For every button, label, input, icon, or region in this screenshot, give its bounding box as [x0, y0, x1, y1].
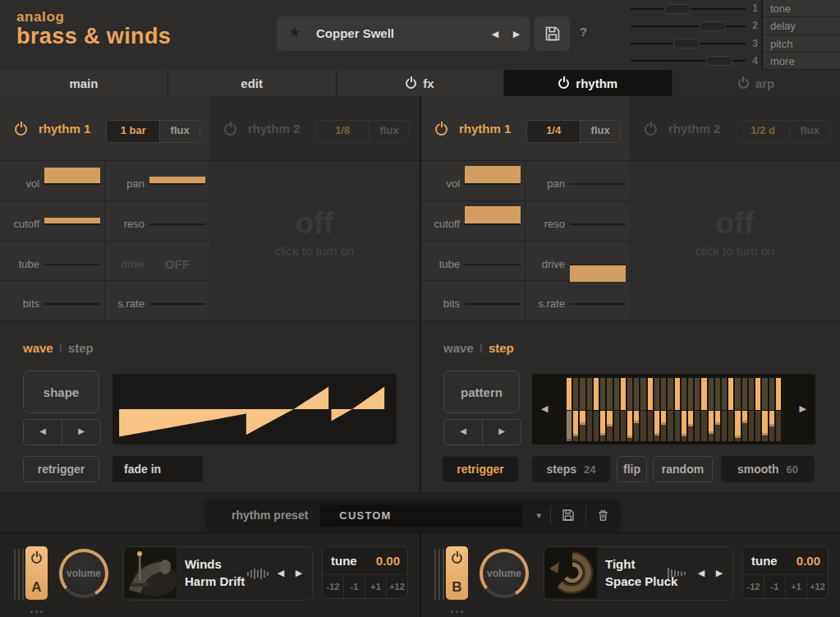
preset-name[interactable]: Copper Swell [316, 16, 394, 51]
preset-next-icon[interactable]: ▶ [510, 16, 523, 51]
favorite-star-icon[interactable]: ★ [288, 24, 301, 41]
slider-vol[interactable]: vol [0, 161, 105, 201]
preset-selector[interactable]: ★ Copper Swell ◀ ▶ [277, 16, 530, 51]
retrigger-button[interactable]: retrigger [23, 456, 99, 482]
rate-button[interactable]: 1 bar [107, 121, 160, 142]
tab-rhythm[interactable]: rhythm [504, 70, 672, 96]
step-4[interactable] [587, 378, 592, 441]
tab-edit[interactable]: edit [168, 70, 337, 96]
macro-slider-handle[interactable] [706, 56, 732, 66]
macro-slider-handle[interactable] [664, 4, 691, 14]
layer-b-volume-knob[interactable]: volume [480, 549, 529, 598]
tab-arp[interactable]: arp [672, 70, 840, 96]
tune--1-button[interactable]: -1 [764, 575, 785, 598]
tune--12-button[interactable]: -12 [323, 575, 343, 598]
rhythm-preset-delete-button[interactable] [586, 509, 620, 522]
mode-wave[interactable]: wave [443, 341, 474, 355]
step-30[interactable] [762, 378, 767, 441]
rhythm-2-off-area[interactable]: off click to turn on [209, 160, 420, 320]
tune-+1-button[interactable]: +1 [785, 575, 806, 598]
layer-a-menu-dots[interactable] [25, 604, 48, 617]
rhythm-1-power-icon[interactable] [435, 123, 448, 136]
slider-reso[interactable]: reso [526, 201, 631, 242]
layer-b-source-selector[interactable]: Tight Space Pluck ◀ ▶ [544, 546, 733, 601]
layer-a-source-selector[interactable]: Winds Harm Drift ◀ ▶ [123, 546, 313, 601]
step-13[interactable] [648, 378, 653, 441]
layer-a-button[interactable]: A [25, 546, 48, 600]
tune-+12-button[interactable]: +12 [806, 575, 828, 598]
preset-save-button[interactable] [535, 16, 570, 51]
step-8[interactable] [614, 378, 619, 441]
slider-drive[interactable]: driveOFF [105, 242, 210, 282]
slider-tube[interactable]: tube [420, 242, 526, 282]
slider-pan[interactable]: pan [105, 161, 210, 201]
step-scroll-right-icon[interactable]: ▶ [800, 403, 806, 414]
step-pattern-display[interactable]: ◀ ▶ [532, 374, 815, 444]
pattern-button[interactable]: pattern [443, 371, 520, 413]
tune--1-button[interactable]: -1 [343, 575, 365, 598]
step-17[interactable] [675, 378, 680, 441]
step-scroll-left-icon[interactable]: ◀ [541, 403, 548, 414]
macro-slider-handle[interactable] [673, 39, 700, 48]
shape-next-icon[interactable]: ▶ [62, 420, 100, 444]
flux-button[interactable]: flux [581, 121, 620, 142]
layer-a-grip[interactable] [14, 549, 26, 603]
rhythm-preset-value[interactable]: CUSTOM [319, 504, 522, 527]
mode-step[interactable]: step [68, 341, 94, 355]
step-15[interactable] [661, 378, 666, 441]
step-32[interactable] [776, 378, 781, 441]
tune--12-button[interactable]: -12 [743, 575, 764, 598]
slider-drive[interactable]: drive [526, 242, 631, 282]
flux-button[interactable]: flux [790, 121, 829, 142]
step-19[interactable] [688, 378, 693, 441]
layer-b-menu-dots[interactable] [446, 604, 468, 617]
source-prev-icon[interactable]: ◀ [695, 547, 708, 598]
help-button[interactable]: ? [580, 25, 587, 39]
shape-prev-icon[interactable]: ◀ [24, 420, 62, 444]
pattern-next-icon[interactable]: ▶ [483, 420, 521, 444]
step-10[interactable] [627, 378, 632, 441]
rate-button[interactable]: 1/4 [527, 121, 581, 142]
mode-step[interactable]: step [489, 341, 514, 355]
tune-value[interactable]: 0.00 [376, 554, 400, 568]
rhythm-preset-dropdown-icon[interactable]: ▾ [527, 510, 550, 521]
wave-display[interactable] [112, 374, 397, 444]
tune-+12-button[interactable]: +12 [386, 575, 407, 598]
step-1[interactable] [567, 378, 571, 441]
layer-a-volume-knob[interactable]: volume [59, 549, 108, 598]
tune-+1-button[interactable]: +1 [365, 575, 386, 598]
step-7[interactable] [607, 378, 612, 441]
step-5[interactable] [594, 378, 599, 441]
slider-cutoff[interactable]: cutoff [420, 201, 526, 242]
step-31[interactable] [769, 378, 774, 441]
rate-button[interactable]: 1/8 [316, 121, 370, 142]
rhythm-2-power-icon[interactable] [224, 123, 236, 136]
step-2[interactable] [573, 378, 578, 441]
layer-b-power-icon[interactable] [452, 553, 462, 564]
slider-s.rate[interactable]: s.rate [105, 281, 210, 321]
step-20[interactable] [695, 378, 700, 441]
source-prev-icon[interactable]: ◀ [274, 547, 287, 598]
rhythm-2-off-area[interactable]: off click to turn on [630, 160, 840, 320]
rhythm-1-power-icon[interactable] [15, 123, 27, 136]
slider-s.rate[interactable]: s.rate [526, 281, 631, 321]
step-14[interactable] [654, 378, 659, 441]
shape-button[interactable]: shape [23, 371, 99, 413]
step-12[interactable] [640, 378, 645, 441]
source-next-icon[interactable]: ▶ [713, 547, 726, 598]
flux-button[interactable]: flux [370, 121, 409, 142]
step-6[interactable] [600, 378, 605, 441]
retrigger-button[interactable]: retrigger [442, 456, 519, 482]
step-16[interactable] [668, 378, 672, 441]
rate-button[interactable]: 1/2 d [737, 121, 790, 142]
step-29[interactable] [755, 378, 760, 441]
slider-bits[interactable]: bits [0, 281, 105, 321]
rhythm-2-power-icon[interactable] [645, 123, 657, 136]
rhythm-preset-save-button[interactable] [551, 509, 585, 522]
step-23[interactable] [715, 378, 720, 441]
source-next-icon[interactable]: ▶ [292, 547, 305, 598]
tune-value[interactable]: 0.00 [796, 554, 820, 568]
fade-mode-field[interactable]: fade in [112, 456, 203, 482]
smooth-button[interactable]: smooth 60 [721, 456, 815, 482]
step-26[interactable] [735, 378, 740, 441]
